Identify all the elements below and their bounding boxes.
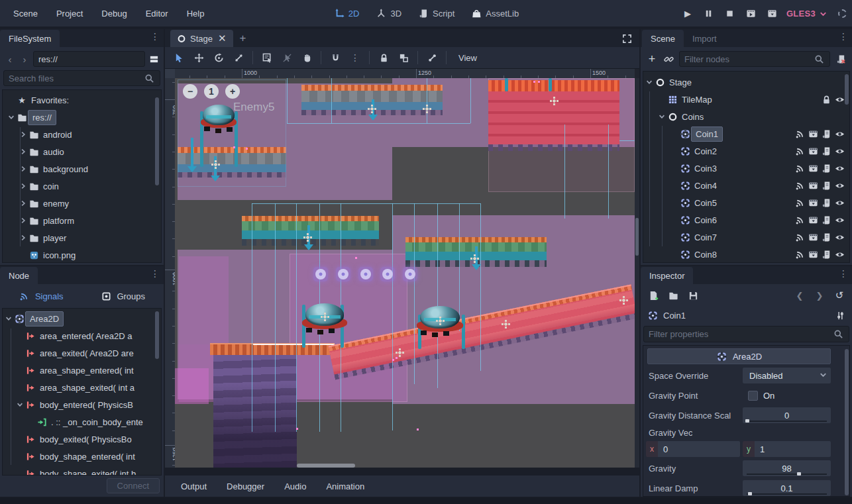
vector-y-field[interactable]: y1 <box>743 441 831 457</box>
menu-debug[interactable]: Debug <box>95 6 133 21</box>
clapper-icon[interactable] <box>807 248 819 260</box>
file-tree-item[interactable]: background <box>3 160 161 177</box>
canvas-zoom-level-button[interactable]: 1 <box>204 84 219 99</box>
dock-tab-animation[interactable]: Animation <box>319 479 371 494</box>
chevron-down-icon[interactable] <box>15 399 25 411</box>
fs-scrollbar[interactable] <box>155 97 159 185</box>
wifi-icon[interactable] <box>794 128 806 140</box>
rotate-tool-icon[interactable] <box>210 50 227 66</box>
position-gizmo-icon[interactable] <box>436 317 445 325</box>
back-icon[interactable]: ‹ <box>4 53 16 65</box>
wifi-icon[interactable] <box>794 214 806 226</box>
file-tree-item[interactable]: ★Favorites: <box>3 91 161 109</box>
scene-tree-item[interactable]: Coin1 <box>643 125 849 142</box>
add-node-icon[interactable]: + <box>646 53 658 65</box>
scale-tool-icon[interactable] <box>230 50 247 66</box>
menu-editor[interactable]: Editor <box>139 6 175 21</box>
panel-menu-icon[interactable]: ⋮ <box>150 32 160 41</box>
menu-help[interactable]: Help <box>180 6 211 21</box>
context-tab-script[interactable]: Script <box>417 7 454 19</box>
move-down-gizmo-icon[interactable] <box>191 138 193 171</box>
display-mode-icon[interactable] <box>148 53 160 65</box>
close-tab-icon[interactable]: ✕ <box>218 32 227 44</box>
menu-scene[interactable]: Scene <box>7 6 44 21</box>
position-gizmo-icon[interactable] <box>550 97 559 105</box>
clapper-icon[interactable] <box>807 231 819 243</box>
coin-gizmo[interactable] <box>336 267 350 281</box>
node-scrollbar[interactable] <box>155 311 159 359</box>
signal-tree-item[interactable]: body_shape_entered( int <box>3 448 161 465</box>
inspector-scrollbar[interactable] <box>845 349 849 495</box>
pan-tool-icon[interactable] <box>298 50 315 66</box>
script-icon[interactable] <box>820 128 832 140</box>
signal-tree-item[interactable]: area_shape_entered( int <box>3 362 161 379</box>
search-files-input[interactable]: Search files <box>3 70 160 86</box>
file-tree-item[interactable]: audio <box>3 143 161 160</box>
play-button[interactable]: ▶ <box>680 6 695 21</box>
breadcrumb[interactable]: res:// <box>33 51 145 67</box>
position-gizmo-icon[interactable] <box>502 320 510 328</box>
signal-tree-item[interactable]: area_exited( Area2D are <box>3 344 161 362</box>
number-gravity-distance-scal[interactable]: 0 <box>743 407 831 423</box>
chevron-down-icon[interactable] <box>7 111 16 123</box>
scene-tree-item[interactable]: TileMap <box>643 91 849 108</box>
tools-icon[interactable] <box>834 309 846 321</box>
wifi-icon[interactable] <box>794 248 806 260</box>
eye-icon[interactable] <box>833 231 845 243</box>
panel-menu-icon[interactable]: ⋮ <box>839 269 848 278</box>
scene-tree-item[interactable]: Coin4 <box>643 177 849 194</box>
wifi-icon[interactable] <box>794 162 806 174</box>
snap-menu-icon[interactable]: ⋮ <box>346 50 364 66</box>
coin-gizmo[interactable] <box>403 267 417 281</box>
coin-gizmo[interactable] <box>358 267 373 281</box>
eye-icon[interactable] <box>833 197 845 209</box>
load-resource-icon[interactable] <box>667 289 679 301</box>
connect-button[interactable]: Connect <box>107 478 160 493</box>
panel-menu-icon[interactable]: ⋮ <box>839 32 848 41</box>
scene-tree-item[interactable]: Coin6 <box>643 211 849 228</box>
canvas-zoom-in-button[interactable]: + <box>225 84 240 99</box>
play-custom-scene-button[interactable] <box>765 6 780 21</box>
checkbox-gravity-point[interactable]: On <box>743 387 831 403</box>
position-gizmo-icon[interactable] <box>321 313 329 321</box>
panel-menu-icon[interactable]: ⋮ <box>150 269 160 278</box>
pause-button[interactable] <box>702 6 716 21</box>
detach-script-icon[interactable] <box>835 53 847 65</box>
eye-icon[interactable] <box>833 93 845 105</box>
move-tool-icon[interactable] <box>190 50 207 66</box>
skeleton-tool-icon[interactable] <box>423 50 441 66</box>
chevron-down-icon[interactable] <box>657 111 666 123</box>
script-icon[interactable] <box>820 248 832 260</box>
scene-tree-item[interactable]: Coin2 <box>643 142 849 160</box>
canvas-vscroll-thumb[interactable] <box>635 218 639 256</box>
file-tree-item[interactable]: android <box>3 126 161 143</box>
eye-icon[interactable] <box>833 128 845 140</box>
tab-signals[interactable]: Signals <box>0 290 82 302</box>
position-gizmo-icon[interactable] <box>470 254 479 263</box>
context-tab-assetlib[interactable]: AssetLib <box>470 7 519 19</box>
clapper-icon[interactable] <box>807 162 819 174</box>
tab-groups[interactable]: Groups <box>82 290 164 302</box>
clapper-icon[interactable] <box>807 197 819 209</box>
tab-inspector[interactable]: Inspector <box>641 267 693 284</box>
file-tree-item[interactable]: icon.png <box>3 246 161 263</box>
signal-tree-item[interactable]: . :: _on_coin_body_ente <box>3 413 161 430</box>
eye-icon[interactable] <box>833 214 845 226</box>
signal-tree-item[interactable]: body_shape_exited( int b <box>3 465 161 476</box>
eye-icon[interactable] <box>833 162 845 174</box>
tab-import[interactable]: Import <box>684 30 725 47</box>
wifi-icon[interactable] <box>794 145 806 157</box>
position-gizmo-icon[interactable] <box>303 233 312 242</box>
canvas-vscroll[interactable] <box>635 78 639 468</box>
position-gizmo-icon[interactable] <box>368 105 376 113</box>
history-forward-icon[interactable]: ❯ <box>814 289 825 301</box>
group-object-icon[interactable] <box>395 50 412 66</box>
tab-filesystem[interactable]: FileSystem <box>0 30 60 47</box>
chevron-down-icon[interactable] <box>4 313 13 325</box>
scene-tree-item[interactable]: Coin3 <box>643 160 849 177</box>
position-gizmo-icon[interactable] <box>396 348 404 357</box>
view-menu[interactable]: View <box>452 52 484 64</box>
script-icon[interactable] <box>820 145 832 157</box>
filter-nodes-input[interactable]: Filter nodes <box>679 51 830 67</box>
canvas-hscroll[interactable] <box>297 464 355 468</box>
